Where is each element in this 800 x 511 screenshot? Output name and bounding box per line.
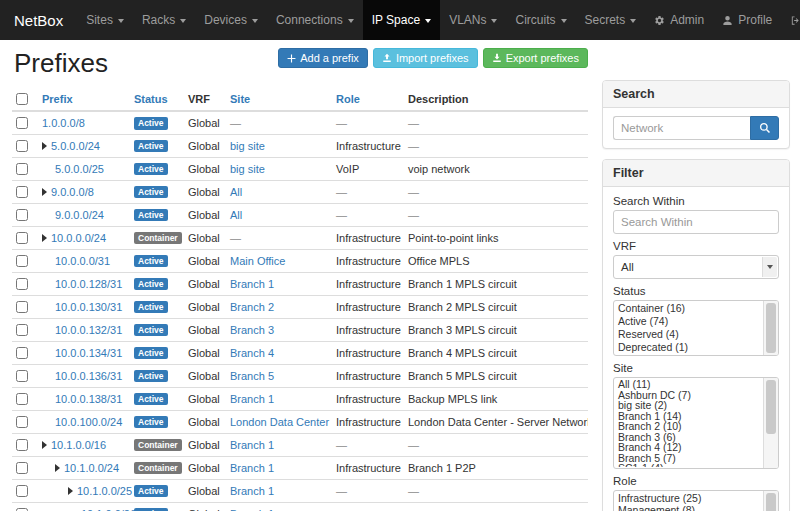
nav-item-vlans[interactable]: VLANs [440, 0, 506, 40]
prefix-link[interactable]: 5.0.0.0/24 [51, 140, 100, 152]
expand-arrow-icon[interactable] [42, 142, 47, 150]
prefix-link[interactable]: 9.0.0.0/24 [55, 209, 104, 221]
row-checkbox[interactable] [16, 255, 28, 267]
row-checkbox[interactable] [16, 301, 28, 313]
scrollbar[interactable] [763, 301, 778, 355]
prefix-link[interactable]: 10.0.0.130/31 [55, 301, 122, 313]
import-prefixes-button[interactable]: Import prefixes [373, 48, 478, 68]
listbox-option[interactable]: big site (2) [615, 400, 762, 411]
listbox-option[interactable]: Reserved (4) [615, 328, 762, 341]
nav-item-secrets[interactable]: Secrets [576, 0, 646, 40]
row-checkbox[interactable] [16, 140, 28, 152]
column-header-description: Description [404, 87, 588, 111]
column-header-status[interactable]: Status [130, 87, 184, 111]
site-link[interactable]: big site [230, 140, 265, 152]
prefix-link[interactable]: 10.0.0.134/31 [55, 347, 122, 359]
site-link[interactable]: All [230, 186, 242, 198]
site-link[interactable]: Branch 2 [230, 301, 274, 313]
site-link[interactable]: All [230, 209, 242, 221]
listbox-option[interactable]: SC1-1 (4) [615, 463, 762, 467]
site-link[interactable]: Branch 1 [230, 485, 274, 497]
row-checkbox[interactable] [16, 416, 28, 428]
site-link[interactable]: Branch 5 [230, 370, 274, 382]
scrollbar-thumb[interactable] [766, 380, 776, 434]
listbox-option[interactable]: Branch 2 (10) [615, 421, 762, 432]
row-checkbox[interactable] [16, 347, 28, 359]
site-link[interactable]: Branch 1 [230, 393, 274, 405]
nav-item-circuits[interactable]: Circuits [506, 0, 575, 40]
search-button[interactable] [750, 116, 779, 140]
prefix-link[interactable]: 10.1.0.0/16 [51, 439, 106, 451]
prefix-link[interactable]: 10.1.0.0/25 [77, 485, 132, 497]
expand-arrow-icon[interactable] [42, 188, 47, 196]
prefix-link[interactable]: 9.0.0.0/8 [51, 186, 94, 198]
prefix-link[interactable]: 10.0.0.0/31 [55, 255, 110, 267]
column-header-site[interactable]: Site [226, 87, 332, 111]
description-cell: — [404, 134, 588, 157]
prefix-link[interactable]: 10.0.0.138/31 [55, 393, 122, 405]
expand-arrow-icon[interactable] [55, 464, 60, 472]
row-checkbox[interactable] [16, 393, 28, 405]
filter-input-search-within[interactable] [613, 210, 779, 234]
site-link[interactable]: Branch 3 [230, 324, 274, 336]
site-link[interactable]: London Data Center [230, 416, 329, 428]
column-header-prefix[interactable]: Prefix [38, 87, 130, 111]
prefix-link[interactable]: 1.0.0.0/8 [42, 117, 85, 129]
row-checkbox[interactable] [16, 485, 28, 497]
row-checkbox[interactable] [16, 117, 28, 129]
row-checkbox[interactable] [16, 462, 28, 474]
site-link[interactable]: Branch 1 [230, 278, 274, 290]
prefix-link[interactable]: 10.1.0.0/24 [64, 462, 119, 474]
listbox-option[interactable]: Infrastructure (25) [615, 492, 762, 504]
prefix-link[interactable]: 10.0.0.128/31 [55, 278, 122, 290]
add-prefix-button[interactable]: Add a prefix [278, 48, 368, 68]
site-link[interactable]: big site [230, 163, 265, 175]
row-checkbox[interactable] [16, 370, 28, 382]
prefix-link[interactable]: 5.0.0.0/25 [55, 163, 104, 175]
nav-item-sites[interactable]: Sites [77, 0, 133, 40]
row-checkbox[interactable] [16, 232, 28, 244]
row-checkbox[interactable] [16, 439, 28, 451]
site-link[interactable]: Main Office [230, 255, 285, 267]
row-checkbox[interactable] [16, 209, 28, 221]
export-prefixes-button[interactable]: Export prefixes [483, 48, 588, 68]
prefix-link[interactable]: 10.0.0.132/31 [55, 324, 122, 336]
nav-item-admin[interactable]: Admin [645, 0, 713, 40]
site-link[interactable]: Branch 4 [230, 347, 274, 359]
prefix-link[interactable]: 10.0.0.0/24 [51, 232, 106, 244]
listbox-option[interactable]: Management (8) [615, 504, 762, 511]
row-checkbox[interactable] [16, 324, 28, 336]
row-checkbox[interactable] [16, 186, 28, 198]
prefix-link[interactable]: 10.0.100.0/24 [55, 416, 122, 428]
scrollbar-thumb[interactable] [766, 303, 776, 353]
listbox-option[interactable]: Branch 4 (12) [615, 442, 762, 453]
nav-item-ip-space[interactable]: IP Space [363, 0, 440, 40]
scrollbar[interactable] [763, 491, 778, 511]
nav-item-devices[interactable]: Devices [195, 0, 267, 40]
site-link[interactable]: Branch 1 [230, 439, 274, 451]
nav-item-racks[interactable]: Racks [133, 0, 195, 40]
nav-item-connections[interactable]: Connections [267, 0, 363, 40]
scrollbar-thumb[interactable] [766, 493, 776, 511]
nav-item-profile[interactable]: Profile [713, 0, 781, 40]
expand-arrow-icon[interactable] [42, 234, 47, 242]
chevron-down-icon [767, 265, 773, 269]
listbox-option[interactable]: All (11) [615, 379, 762, 390]
listbox-option[interactable]: Deprecated (1) [615, 341, 762, 354]
listbox-option[interactable]: Active (74) [615, 315, 762, 328]
prefix-link[interactable]: 10.0.0.136/31 [55, 370, 122, 382]
expand-arrow-icon[interactable] [68, 487, 73, 495]
column-header-role[interactable]: Role [332, 87, 404, 111]
search-input[interactable] [613, 116, 750, 140]
nav-item-logout[interactable]: Log out [781, 0, 800, 40]
row-checkbox[interactable] [16, 278, 28, 290]
expand-arrow-icon[interactable] [42, 441, 47, 449]
select-arrow-button[interactable] [762, 257, 777, 277]
row-checkbox[interactable] [16, 163, 28, 175]
select-all-checkbox[interactable] [16, 93, 28, 105]
filter-select-vrf[interactable]: All [613, 255, 779, 279]
listbox-option[interactable]: Container (16) [615, 302, 762, 315]
scrollbar[interactable] [763, 378, 778, 468]
app-logo[interactable]: NetBox [0, 0, 77, 40]
site-link[interactable]: Branch 1 [230, 462, 274, 474]
